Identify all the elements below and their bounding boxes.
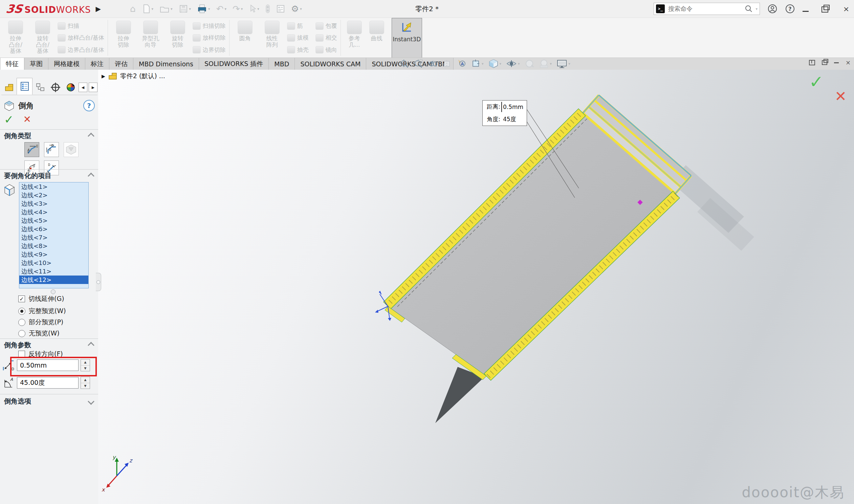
command-search[interactable]: >_ ▾ <box>654 3 760 15</box>
dropdown-arrow-icon[interactable]: ▾ <box>518 61 520 66</box>
rib-button[interactable]: 筋 <box>287 22 309 30</box>
dropdown-arrow-icon[interactable]: ▾ <box>300 7 302 11</box>
chamfer-type-section-header[interactable]: 倒角类型 <box>4 131 93 141</box>
tab-annotation[interactable]: 标注 <box>85 58 109 70</box>
distance-input[interactable]: 0.50mm <box>17 359 78 371</box>
hole-wizard-button[interactable]: 异型孔 向导 <box>139 19 163 56</box>
confirmation-ok-button[interactable]: ✓ <box>809 72 824 92</box>
feature-tree-flyout[interactable]: ▶ 零件2 (默认) ... <box>102 72 165 80</box>
doc-restore-icon[interactable] <box>822 60 827 65</box>
angle-distance-type-button[interactable]: DA <box>24 142 39 157</box>
flip-direction-option[interactable]: 反转方向(F) <box>18 350 63 358</box>
swept-cut-button[interactable]: 扫描切除 <box>193 22 226 30</box>
spin-down-icon[interactable]: ▼ <box>81 365 90 371</box>
expand-icon[interactable] <box>88 398 94 405</box>
tab-sketch[interactable]: 草图 <box>24 58 49 70</box>
angle-stepper[interactable]: ▲▼ <box>80 377 90 389</box>
zoom-to-fit-button[interactable] <box>399 59 409 68</box>
reference-geometry-button[interactable]: 参考 几... <box>344 19 365 56</box>
tab-mesh-modeling[interactable]: 网格建模 <box>49 58 85 70</box>
apply-scene-button[interactable]: ▾ <box>471 59 484 68</box>
tab-mbd-dimensions[interactable]: MBD Dimensions <box>133 58 199 70</box>
dimxpert-manager-tab[interactable] <box>48 80 63 95</box>
dropdown-arrow-icon[interactable]: ▾ <box>241 7 243 11</box>
options-section-header[interactable]: 倒角选项 <box>4 397 93 406</box>
restore-button[interactable] <box>821 5 833 13</box>
spin-down-icon[interactable]: ▼ <box>81 383 90 389</box>
tab-evaluate[interactable]: 评估 <box>109 58 133 70</box>
view-orientation-button[interactable]: ▾ <box>488 58 502 69</box>
previous-view-button[interactable] <box>428 59 438 68</box>
list-item[interactable]: 边线<6> <box>19 225 88 233</box>
tree-item-label[interactable]: 零件2 (默认) ... <box>120 72 165 80</box>
list-item[interactable]: 边线<4> <box>19 208 88 216</box>
search-icon[interactable] <box>745 5 753 13</box>
open-button[interactable]: ▾ <box>158 4 175 14</box>
home-button[interactable]: ⌂ <box>128 4 138 14</box>
dropdown-arrow-icon[interactable]: ▾ <box>499 61 502 66</box>
items-section-header[interactable]: 要倒角化的项目 <box>4 171 93 180</box>
callout-value[interactable]: 45度 <box>503 115 516 123</box>
extruded-boss-button[interactable]: 拉伸 凸台/ 基体 <box>3 19 28 56</box>
collapse-icon[interactable] <box>88 342 94 349</box>
list-item[interactable]: 边线<8> <box>19 242 88 250</box>
help-icon[interactable]: ? <box>83 100 95 111</box>
edit-appearance-button[interactable]: ▾ <box>539 59 552 68</box>
linear-pattern-button[interactable]: 线性 阵列 <box>260 19 284 56</box>
search-dropdown-icon[interactable]: ▾ <box>756 7 758 11</box>
search-input[interactable] <box>668 5 742 13</box>
scroll-left-icon[interactable]: ◀ <box>78 83 87 92</box>
list-item[interactable]: 边线<11> <box>19 267 88 275</box>
hide-show-items-button[interactable] <box>525 59 534 68</box>
distance-distance-type-button[interactable]: DD <box>44 142 59 157</box>
intersect-button[interactable]: 相交 <box>315 34 337 42</box>
doc-minimize-icon[interactable] <box>834 62 839 63</box>
vertex-type-button[interactable] <box>63 142 78 157</box>
spin-up-icon[interactable]: ▲ <box>81 377 90 383</box>
list-item[interactable]: 边线<5> <box>19 216 88 225</box>
radio-icon[interactable] <box>18 330 25 337</box>
wrap-button[interactable]: 包覆 <box>315 22 337 30</box>
doc-close-icon[interactable]: × <box>846 59 851 66</box>
ok-button[interactable]: ✓ <box>4 114 14 125</box>
dropdown-arrow-icon[interactable]: ▾ <box>170 7 172 11</box>
revolved-cut-button[interactable]: 旋转 切除 <box>165 19 190 56</box>
mirror-button[interactable]: 镜向 <box>315 46 337 54</box>
graphics-viewport[interactable]: y z x ▶ 零件2 (默认) ... 距离: 0.5mm 角度: 45度 ✓… <box>98 70 854 504</box>
no-preview-option[interactable]: 无预览(W) <box>18 329 59 338</box>
scroll-right-icon[interactable]: ▶ <box>89 83 97 92</box>
boundary-cut-button[interactable]: 边界切除 <box>193 46 226 54</box>
display-manager-tab[interactable] <box>63 80 78 95</box>
dropdown-arrow-icon[interactable]: ▾ <box>224 7 226 11</box>
account-icon[interactable] <box>767 4 778 14</box>
menu-flyout-icon[interactable]: ▶ <box>96 5 101 13</box>
property-manager-tab[interactable] <box>17 78 33 95</box>
featuremanager-tree-tab[interactable] <box>1 80 17 95</box>
swept-boss-button[interactable]: 扫描 <box>57 22 104 30</box>
checkbox-icon[interactable] <box>18 351 25 357</box>
full-preview-option[interactable]: 完整预览(W) <box>18 307 66 316</box>
tab-addins[interactable]: SOLIDWORKS 插件 <box>199 58 269 70</box>
magnified-selection-button[interactable]: A <box>456 59 467 68</box>
radio-icon[interactable] <box>18 319 25 326</box>
fillet-button[interactable]: 圆角 <box>233 19 257 56</box>
section-view-button[interactable] <box>443 59 452 68</box>
dropdown-arrow-icon[interactable]: ▾ <box>568 61 570 66</box>
minimize-button[interactable] <box>802 6 814 12</box>
collapse-icon[interactable] <box>88 173 94 179</box>
instant3d-button[interactable]: Instant3D <box>392 18 422 58</box>
redo-button[interactable]: ↷▾ <box>231 4 245 14</box>
lofted-cut-button[interactable]: 放样切除 <box>193 34 226 42</box>
display-style-button[interactable]: ▾ <box>506 59 520 68</box>
list-item[interactable]: 边线<10> <box>19 258 88 267</box>
distance-stepper[interactable]: ▲▼ <box>80 359 90 371</box>
zoom-to-area-button[interactable] <box>414 59 423 68</box>
configuration-manager-tab[interactable] <box>33 80 48 95</box>
checkbox-checked-icon[interactable]: ✓ <box>18 295 25 302</box>
expand-arrow-icon[interactable]: ▶ <box>102 73 105 79</box>
split-pane-icon[interactable] <box>809 60 815 65</box>
collapse-icon[interactable] <box>88 133 94 140</box>
options-button[interactable]: ⚙▾ <box>289 4 304 14</box>
cancel-button[interactable]: ✕ <box>23 115 31 124</box>
view-settings-button[interactable]: ▾ <box>557 59 570 68</box>
